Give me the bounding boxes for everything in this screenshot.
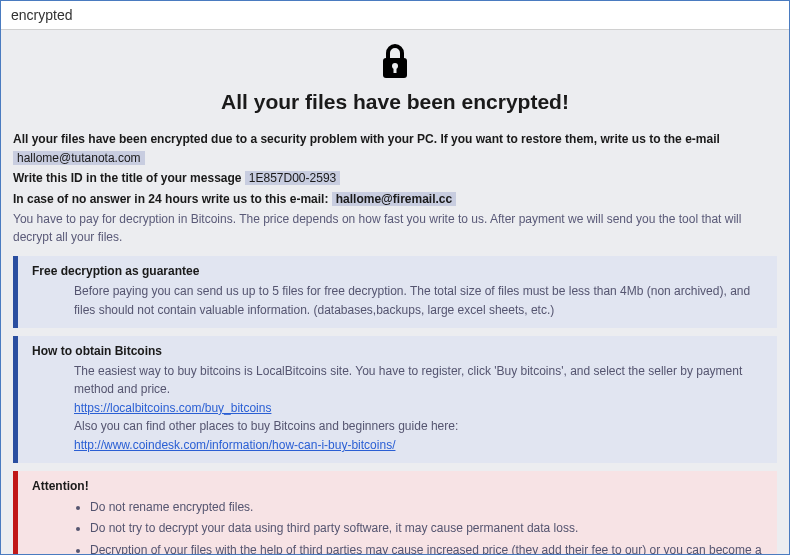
intro-line-2: Write this ID in the title of your messa… (13, 169, 777, 188)
attention-title: Attention! (32, 479, 767, 493)
attention-list: Do not rename encrypted files. Do not tr… (32, 497, 767, 554)
obtain-bitcoins-box: How to obtain Bitcoins The easiest way t… (13, 336, 777, 463)
victim-id: 1E857D00-2593 (245, 171, 340, 185)
intro-text-1: All your files have been encrypted due t… (13, 132, 720, 146)
free-decryption-box: Free decryption as guarantee Before payi… (13, 256, 777, 327)
obtain-bitcoins-title: How to obtain Bitcoins (32, 344, 767, 358)
email-secondary: hallome@firemail.cc (332, 192, 456, 206)
intro-line-3: In case of no answer in 24 hours write u… (13, 190, 777, 209)
btc-line-1: The easiest way to buy bitcoins is Local… (74, 364, 742, 397)
list-item: Do not rename encrypted files. (90, 497, 767, 519)
intro-text-2: Write this ID in the title of your messa… (13, 171, 245, 185)
window-titlebar: encrypted (1, 1, 789, 30)
attention-box: Attention! Do not rename encrypted files… (13, 471, 777, 554)
svg-rect-2 (394, 67, 397, 73)
list-item: Do not try to decrypt your data using th… (90, 518, 767, 540)
email-primary: hallome@tutanota.com (13, 151, 145, 165)
intro-text-3: In case of no answer in 24 hours write u… (13, 192, 332, 206)
intro-line-1: All your files have been encrypted due t… (13, 130, 777, 167)
lock-icon (13, 44, 777, 84)
free-decryption-body: Before paying you can send us up to 5 fi… (32, 282, 767, 319)
headline: All your files have been encrypted! (13, 90, 777, 114)
payment-note: You have to pay for decryption in Bitcoi… (13, 210, 777, 246)
btc-link-1[interactable]: https://localbitcoins.com/buy_bitcoins (74, 401, 271, 415)
list-item: Decryption of your files with the help o… (90, 540, 767, 554)
window-title: encrypted (11, 7, 72, 23)
obtain-bitcoins-body: The easiest way to buy bitcoins is Local… (32, 362, 767, 455)
ransom-window: encrypted All your files have been encry… (0, 0, 790, 555)
content-area: All your files have been encrypted! All … (1, 30, 789, 554)
free-decryption-title: Free decryption as guarantee (32, 264, 767, 278)
btc-line-2: Also you can find other places to buy Bi… (74, 419, 458, 433)
btc-link-2[interactable]: http://www.coindesk.com/information/how-… (74, 438, 395, 452)
